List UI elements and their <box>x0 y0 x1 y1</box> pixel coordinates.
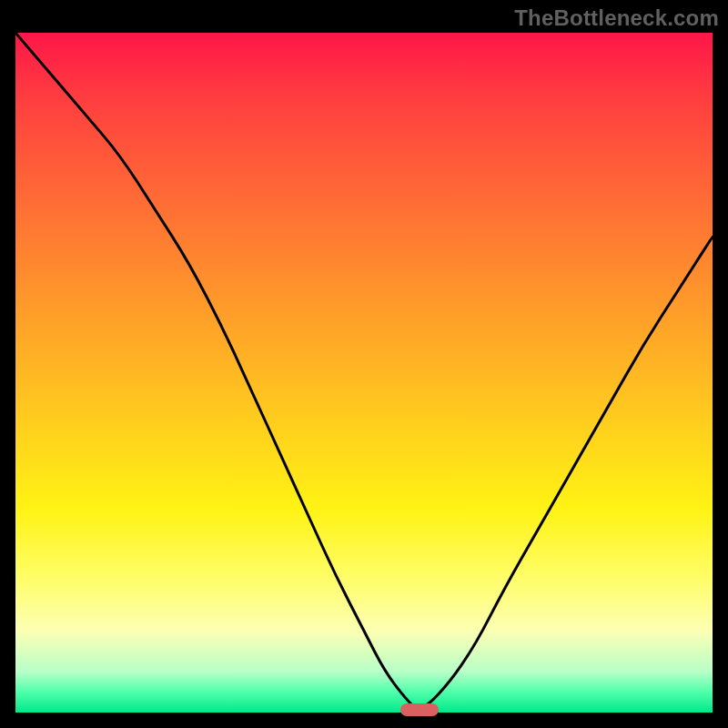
watermark-text: TheBottleneck.com <box>514 5 719 31</box>
chart-frame: TheBottleneck.com <box>0 0 728 728</box>
bottleneck-curve <box>15 33 713 713</box>
plot-area <box>15 33 713 713</box>
optimum-marker <box>400 703 439 716</box>
